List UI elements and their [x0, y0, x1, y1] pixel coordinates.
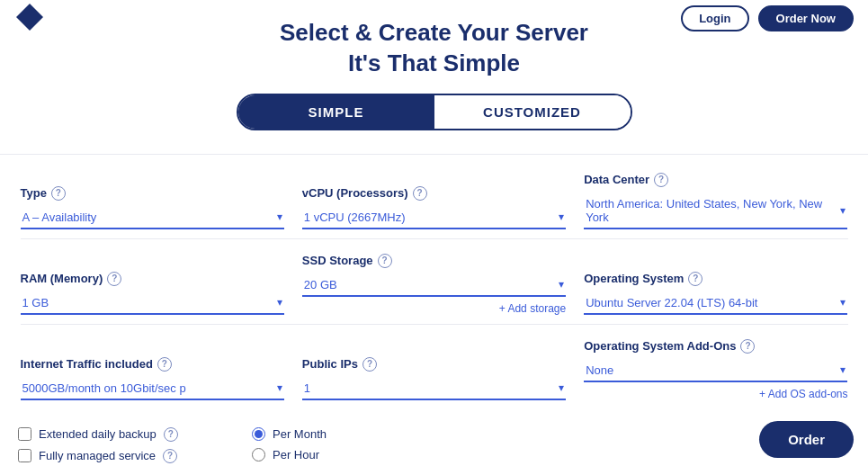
public-ips-field: Public IPs ? 1 ▾ — [302, 357, 566, 400]
vcpu-select[interactable]: 1 vCPU (2667MHz) ▾ — [302, 207, 566, 229]
public-ips-select[interactable]: 1 ▾ — [302, 378, 566, 400]
ram-label: RAM (Memory) — [21, 272, 103, 285]
type-select[interactable]: A – Availability ▾ — [21, 207, 284, 229]
datacenter-help-icon[interactable]: ? — [654, 173, 668, 187]
extended-backup-checkbox[interactable] — [18, 427, 31, 441]
svg-marker-0 — [16, 4, 43, 31]
public-ips-chevron-icon: ▾ — [559, 381, 564, 394]
ram-field: RAM (Memory) ? 1 GB ▾ — [21, 272, 284, 315]
os-label: Operating System — [584, 272, 684, 285]
login-button[interactable]: Login — [681, 5, 748, 31]
os-help-icon[interactable]: ? — [688, 272, 702, 286]
datacenter-label: Data Center — [584, 173, 649, 186]
os-addons-help-icon[interactable]: ? — [740, 339, 755, 354]
traffic-field: Internet Traffic included ? 5000GB/month… — [21, 357, 284, 400]
vcpu-label: vCPU (Processors) — [302, 186, 408, 200]
simple-toggle-button[interactable]: SIMPLE — [238, 95, 434, 129]
os-chevron-icon: ▾ — [840, 296, 846, 309]
server-form: Type ? A – Availability ▾ vCPU (Processo… — [3, 155, 866, 418]
managed-service-checkbox[interactable] — [18, 449, 31, 462]
page-container: Login Order Now Select & Create Your Ser… — [0, 0, 868, 466]
billing-options: Per Month Per Hour — [252, 427, 327, 463]
form-row-1: Type ? A – Availability ▾ vCPU (Processo… — [21, 164, 848, 239]
per-hour-radio[interactable] — [252, 448, 265, 462]
os-addons-chevron-icon: ▾ — [840, 363, 846, 376]
type-chevron-icon: ▾ — [277, 211, 282, 223]
managed-service-row: Fully managed service ? — [18, 449, 216, 463]
form-row-2: RAM (Memory) ? 1 GB ▾ SSD Storage ? 20 G… — [21, 245, 848, 325]
os-select[interactable]: Ubuntu Server 22.04 (LTS) 64-bit ▾ — [584, 292, 847, 315]
add-storage-link[interactable]: + Add storage — [302, 302, 566, 315]
type-help-icon[interactable]: ? — [51, 186, 66, 201]
vcpu-chevron-icon: ▾ — [559, 211, 564, 223]
logo — [14, 2, 45, 35]
public-ips-help-icon[interactable]: ? — [362, 357, 377, 372]
ssd-field: SSD Storage ? 20 GB ▾ + Add storage — [302, 254, 566, 315]
per-month-radio[interactable] — [252, 427, 265, 441]
add-os-addons-link[interactable]: + Add OS add-ons — [584, 386, 847, 400]
ssd-help-icon[interactable]: ? — [378, 254, 392, 268]
datacenter-field: Data Center ? North America: United Stat… — [584, 173, 847, 229]
ram-select[interactable]: 1 GB ▾ — [21, 292, 284, 315]
bottom-section: Extended daily backup ? Fully managed se… — [0, 418, 868, 466]
traffic-select[interactable]: 5000GB/month on 10Gbit/sec p ▾ — [21, 378, 284, 400]
traffic-label: Internet Traffic included — [21, 357, 153, 371]
type-field: Type ? A – Availability ▾ — [21, 186, 284, 229]
os-field: Operating System ? Ubuntu Server 22.04 (… — [584, 272, 847, 315]
ssd-select[interactable]: 20 GB ▾ — [302, 274, 566, 297]
ram-help-icon[interactable]: ? — [107, 272, 121, 286]
os-addons-field: Operating System Add-Ons ? None ▾ + Add … — [584, 339, 847, 400]
type-label: Type — [21, 186, 47, 200]
ram-chevron-icon: ▾ — [277, 296, 282, 309]
per-hour-label: Per Hour — [273, 448, 319, 462]
vcpu-help-icon[interactable]: ? — [413, 186, 427, 201]
traffic-help-icon[interactable]: ? — [157, 357, 172, 372]
public-ips-label: Public IPs — [302, 357, 358, 371]
top-nav: Login Order Now — [681, 0, 854, 37]
traffic-chevron-icon: ▾ — [277, 381, 282, 394]
checkboxes-group: Extended daily backup ? Fully managed se… — [18, 427, 216, 463]
vcpu-field: vCPU (Processors) ? 1 vCPU (2667MHz) ▾ — [302, 186, 566, 229]
customized-toggle-button[interactable]: CUSTOMIZED — [434, 95, 631, 129]
per-month-label: Per Month — [273, 427, 327, 441]
managed-service-help-icon[interactable]: ? — [163, 449, 177, 463]
server-type-toggle: SIMPLE CUSTOMIZED — [237, 94, 632, 130]
os-addons-select[interactable]: None ▾ — [584, 360, 847, 382]
extended-backup-row: Extended daily backup ? — [18, 427, 216, 442]
extended-backup-help-icon[interactable]: ? — [164, 427, 178, 442]
datacenter-select[interactable]: North America: United States, New York, … — [584, 193, 847, 229]
toggle-container: SIMPLE CUSTOMIZED — [0, 94, 868, 130]
managed-service-label: Fully managed service — [39, 449, 156, 462]
os-addons-label: Operating System Add-Ons — [584, 339, 736, 353]
extended-backup-label: Extended daily backup — [39, 427, 157, 441]
datacenter-chevron-icon: ▾ — [840, 204, 846, 217]
per-month-row: Per Month — [252, 427, 327, 441]
order-now-button[interactable]: Order Now — [758, 5, 854, 31]
form-row-3: Internet Traffic included ? 5000GB/month… — [21, 330, 848, 409]
order-button[interactable]: Order — [759, 421, 854, 458]
ssd-chevron-icon: ▾ — [559, 278, 564, 291]
ssd-label: SSD Storage — [302, 254, 373, 267]
per-hour-row: Per Hour — [252, 448, 327, 462]
